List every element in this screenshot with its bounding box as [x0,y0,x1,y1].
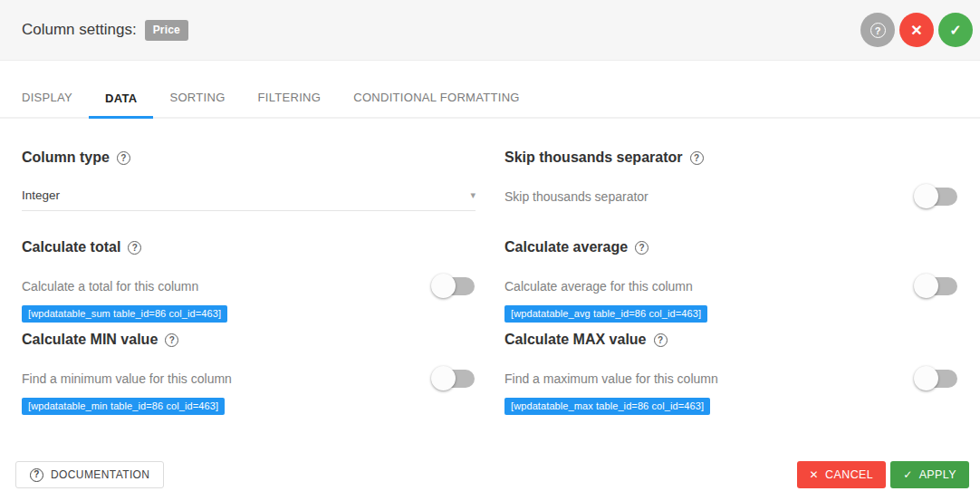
column-type-select[interactable]: Integer ▾ [22,188,476,211]
tab-sorting[interactable]: SORTING [153,91,241,117]
section-calculate-total: Calculate total ? Calculate a total for … [22,238,476,323]
calculate-average-toggle-label: Calculate average for this column [504,279,693,294]
calculate-total-title-label: Calculate total [22,239,120,255]
skip-thousands-toggle[interactable] [916,188,957,206]
dialog-title: Column settings: [22,21,137,39]
header-actions: ? ✕ ✓ [860,13,973,47]
tab-display[interactable]: DISPLAY [22,91,89,117]
calculate-max-toggle-row: Find a maximum value for this column [504,366,958,390]
close-icon: ✕ [910,22,922,39]
sum-shortcode-badge: [wpdatatable_sum table_id=86 col_id=463] [22,305,227,323]
calculate-total-title: Calculate total ? [22,238,476,256]
section-calculate-max: Calculate MAX value ? Find a maximum val… [504,331,958,415]
calculate-average-title-label: Calculate average [504,239,628,255]
calculate-max-toggle[interactable] [916,370,957,388]
column-type-selected-value: Integer [22,188,60,202]
dialog-footer: ? DOCUMENTATION ✕ CANCEL ✓ APPLY [0,461,980,501]
calculate-max-title-label: Calculate MAX value [504,332,647,348]
calculate-total-toggle[interactable] [433,277,475,295]
documentation-button[interactable]: ? DOCUMENTATION [15,461,164,488]
dialog-header: Column settings: Price ? ✕ ✓ [0,0,980,61]
calculate-min-title: Calculate MIN value ? [22,331,476,349]
tab-filtering[interactable]: FILTERING [242,91,338,117]
apply-button[interactable]: ✓ APPLY [890,461,969,488]
close-button[interactable]: ✕ [899,13,934,47]
skip-thousands-help-icon[interactable]: ? [690,151,704,165]
help-button[interactable]: ? [860,13,895,47]
column-type-title: Column type ? [22,149,476,167]
calculate-min-toggle-row: Find a minimum value for this column [22,366,476,390]
calculate-average-toggle[interactable] [916,277,957,295]
cancel-x-icon: ✕ [810,468,819,481]
cancel-button[interactable]: ✕ CANCEL [797,461,887,488]
help-icon: ? [870,23,886,38]
calculate-average-title: Calculate average ? [504,238,958,256]
calculate-min-toggle[interactable] [433,370,475,388]
column-type-title-label: Column type [22,149,110,166]
section-calculate-average: Calculate average ? Calculate average fo… [504,238,958,323]
calculate-max-title: Calculate MAX value ? [504,331,958,349]
calculate-total-toggle-row: Calculate a total for this column [22,274,476,298]
avg-shortcode-badge: [wpdatatable_avg table_id=86 col_id=463] [504,305,707,323]
documentation-help-icon: ? [30,468,43,482]
calculate-min-toggle-label: Find a minimum value for this column [22,371,232,386]
section-skip-thousands-separator: Skip thousands separator ? Skip thousand… [504,149,958,211]
section-calculate-min: Calculate MIN value ? Find a minimum val… [22,331,476,415]
tabs-bar: DISPLAY DATA SORTING FILTERING CONDITION… [0,61,980,119]
calculate-total-help-icon[interactable]: ? [128,241,141,255]
settings-content: Column type ? Integer ▾ Skip thousands s… [0,119,980,461]
tab-data[interactable]: DATA [89,92,153,119]
skip-thousands-toggle-label: Skip thousands separator [504,189,649,204]
confirm-button[interactable]: ✓ [938,13,973,47]
column-name-badge: Price [145,20,188,41]
calculate-total-toggle-label: Calculate a total for this column [22,279,198,294]
skip-thousands-toggle-row: Skip thousands separator [504,184,958,208]
calculate-min-title-label: Calculate MIN value [22,332,158,348]
max-shortcode-badge: [wpdatatable_max table_id=86 col_id=463] [504,398,710,415]
calculate-min-help-icon[interactable]: ? [165,333,178,347]
min-shortcode-badge: [wpdatatable_min table_id=86 col_id=463] [22,398,225,415]
footer-actions: ✕ CANCEL ✓ APPLY [797,461,969,488]
calculate-average-toggle-row: Calculate average for this column [504,274,958,298]
cancel-button-label: CANCEL [825,468,873,481]
documentation-button-label: DOCUMENTATION [51,468,149,481]
check-icon: ✓ [949,22,961,39]
calculate-average-help-icon[interactable]: ? [635,241,649,255]
column-type-help-icon[interactable]: ? [117,151,130,165]
apply-check-icon: ✓ [903,468,912,481]
tab-conditional-formatting[interactable]: CONDITIONAL FORMATTING [337,91,536,117]
calculate-max-toggle-label: Find a maximum value for this column [504,371,718,386]
apply-button-label: APPLY [919,468,956,481]
chevron-down-icon: ▾ [470,189,476,201]
calculate-max-help-icon[interactable]: ? [654,333,668,347]
section-column-type: Column type ? Integer ▾ [22,149,476,211]
skip-thousands-title: Skip thousands separator ? [504,149,958,167]
skip-thousands-title-label: Skip thousands separator [504,149,683,166]
